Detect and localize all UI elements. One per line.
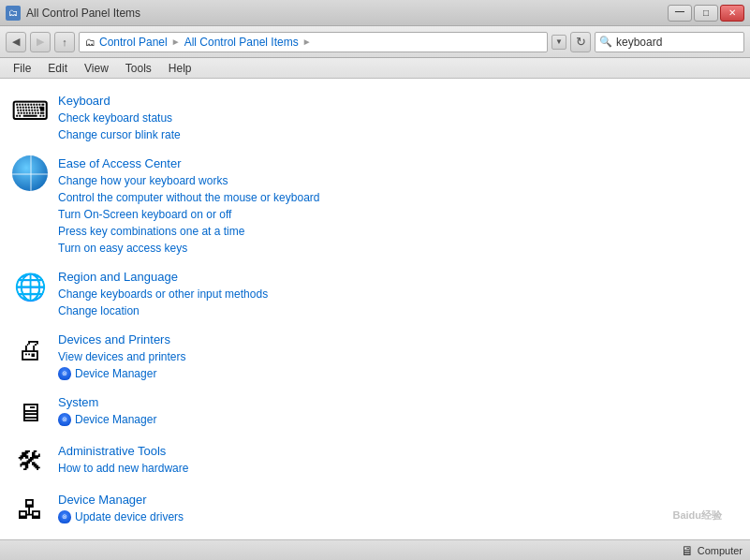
- menu-file[interactable]: File: [6, 60, 38, 77]
- add-hardware-link[interactable]: How to add new hardware: [58, 460, 735, 477]
- update-drivers-label: Update device drivers: [75, 508, 184, 525]
- menu-bar: File Edit View Tools Help: [0, 58, 750, 79]
- device-manager-label-1: Device Manager: [75, 365, 156, 382]
- ease-access-icon: [11, 155, 49, 192]
- admin-icon: 🛠: [11, 442, 49, 479]
- title-bar-controls: ─ □ ✕: [668, 5, 744, 22]
- breadcrumb-control-panel[interactable]: Control Panel: [99, 36, 168, 49]
- list-item: 🖥 System ⊛ Device Manager: [7, 388, 739, 436]
- device-manager-label-2: Device Manager: [75, 411, 156, 428]
- title-bar-left: 🗂 All Control Panel Items: [6, 6, 140, 21]
- breadcrumb-arrow-2: ►: [302, 37, 312, 47]
- computer-icon: 🖥: [681, 543, 694, 558]
- devices-title[interactable]: Devices and Printers: [58, 332, 735, 346]
- change-keyboards-link[interactable]: Change keyboards or other input methods: [58, 286, 735, 302]
- globe-icon: [12, 155, 48, 191]
- update-drivers-link[interactable]: ⊛ Update device drivers: [58, 508, 735, 525]
- breadcrumb-folder-icon: 🗂: [85, 37, 96, 48]
- list-item: ⌨ Keyboard Check keyboard status Change …: [7, 86, 739, 149]
- app-window: 🗂 All Control Panel Items ─ □ ✕ ◀ ▶ ↑ 🗂 …: [0, 0, 750, 560]
- list-item: 🛠 Administrative Tools How to add new ha…: [7, 436, 739, 485]
- search-icon: 🔍: [599, 36, 612, 48]
- list-item: 🌐 Search Windows Help and Support for "k…: [7, 534, 739, 539]
- key-combos-link[interactable]: Press key combinations one at a time: [58, 223, 735, 240]
- region-icon: 🌐: [11, 268, 49, 305]
- device-manager-link-1[interactable]: ⊛ Device Manager: [58, 365, 735, 382]
- admin-result-text: Administrative Tools How to add new hard…: [58, 442, 735, 477]
- devices-result-text: Devices and Printers View devices and pr…: [58, 331, 735, 382]
- check-keyboard-link[interactable]: Check keyboard status: [58, 110, 735, 126]
- breadcrumb-all-items[interactable]: All Control Panel Items: [184, 36, 299, 49]
- keyboard-result-text: Keyboard Check keyboard status Change cu…: [58, 92, 735, 143]
- onscreen-kbd-link[interactable]: Turn On-Screen keyboard on or off: [58, 206, 735, 223]
- change-location-link[interactable]: Change location: [58, 302, 735, 319]
- search-input[interactable]: [616, 36, 750, 49]
- maximize-button[interactable]: □: [694, 5, 718, 22]
- ease-access-title[interactable]: Ease of Access Center: [58, 156, 735, 170]
- menu-help[interactable]: Help: [161, 60, 199, 77]
- shield-icon-2: ⊛: [58, 413, 71, 426]
- shield-icon-3: ⊛: [58, 510, 71, 523]
- breadcrumb-arrow-1: ►: [171, 37, 181, 47]
- up-button[interactable]: ↑: [54, 32, 75, 52]
- system-icon: 🖥: [11, 393, 49, 431]
- list-item: Ease of Access Center Change how your ke…: [7, 149, 739, 262]
- watermark: Baidu经验: [672, 508, 722, 523]
- region-result-text: Region and Language Change keyboards or …: [58, 268, 735, 319]
- minimize-button[interactable]: ─: [668, 5, 692, 22]
- devices-icon: 🖨: [11, 331, 49, 368]
- list-item: 🖧 Device Manager ⊛ Update device drivers: [7, 485, 739, 534]
- list-item: 🖨 Devices and Printers View devices and …: [7, 325, 739, 388]
- menu-edit[interactable]: Edit: [40, 60, 75, 77]
- window-title: All Control Panel Items: [26, 7, 140, 20]
- back-button[interactable]: ◀: [6, 32, 26, 52]
- system-title[interactable]: System: [58, 395, 735, 409]
- admin-title[interactable]: Administrative Tools: [58, 444, 735, 458]
- menu-tools[interactable]: Tools: [118, 60, 159, 77]
- close-button[interactable]: ✕: [720, 5, 744, 22]
- breadcrumb-bar: 🗂 Control Panel ► All Control Panel Item…: [79, 32, 548, 52]
- change-cursor-link[interactable]: Change cursor blink rate: [58, 126, 735, 143]
- how-keyboard-link[interactable]: Change how your keyboard works: [58, 172, 735, 189]
- menu-view[interactable]: View: [77, 60, 116, 77]
- region-title[interactable]: Region and Language: [58, 270, 735, 284]
- status-bar: 🖥 Computer: [0, 539, 750, 560]
- list-item: 🌐 Region and Language Change keyboards o…: [7, 262, 739, 325]
- content-area[interactable]: ⌨ Keyboard Check keyboard status Change …: [0, 79, 750, 539]
- title-bar: 🗂 All Control Panel Items ─ □ ✕: [0, 0, 750, 26]
- devmgr-title[interactable]: Device Manager: [58, 493, 735, 507]
- computer-label: Computer: [698, 545, 743, 556]
- device-manager-link-2[interactable]: ⊛ Device Manager: [58, 411, 735, 428]
- search-bar: 🔍 ✕: [595, 32, 744, 52]
- ease-access-result-text: Ease of Access Center Change how your ke…: [58, 155, 735, 257]
- breadcrumb-dropdown-button[interactable]: ▼: [551, 35, 566, 50]
- address-bar: ◀ ▶ ↑ 🗂 Control Panel ► All Control Pane…: [0, 26, 750, 58]
- view-devices-link[interactable]: View devices and printers: [58, 348, 735, 365]
- refresh-button[interactable]: ↻: [570, 32, 591, 52]
- keyboard-title[interactable]: Keyboard: [58, 94, 735, 108]
- shield-icon-1: ⊛: [58, 367, 71, 380]
- no-mouse-link[interactable]: Control the computer without the mouse o…: [58, 189, 735, 206]
- easy-access-link[interactable]: Turn on easy access keys: [58, 240, 735, 257]
- computer-status: 🖥 Computer: [681, 543, 743, 558]
- main-content: ⌨ Keyboard Check keyboard status Change …: [0, 79, 750, 539]
- system-result-text: System ⊛ Device Manager: [58, 393, 735, 428]
- forward-button[interactable]: ▶: [30, 32, 51, 52]
- keyboard-icon: ⌨: [11, 92, 49, 129]
- app-icon: 🗂: [6, 6, 21, 21]
- devmgr-icon: 🖧: [11, 491, 49, 528]
- devmgr-result-text: Device Manager ⊛ Update device drivers: [58, 491, 735, 525]
